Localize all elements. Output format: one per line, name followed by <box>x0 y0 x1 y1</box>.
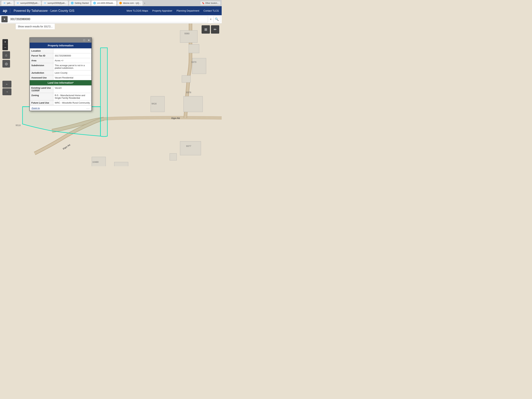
app-title: Powered By Tallahassee - Leon County GIS <box>14 9 75 13</box>
svg-rect-7 <box>151 96 165 112</box>
grid-view-button[interactable]: ⊞ <box>202 25 210 34</box>
tab-label-ideone: Ideone.com - ryQ... <box>123 2 141 4</box>
tab-yah1[interactable]: 📧 yah... <box>1 1 14 6</box>
app-header: ap Powered By Tallahassee - Leon County … <box>0 6 222 15</box>
search-suggestion[interactable]: Show search results for 33172... <box>16 24 55 29</box>
tab-sunny1[interactable]: 📧 sunnyxl2009@yah... <box>15 1 41 6</box>
svg-rect-12 <box>114 162 128 166</box>
tab-icon-sunny2: 📧 <box>44 2 46 4</box>
bookmarks-label: Other bookm... <box>205 2 219 4</box>
tab-label-cnt: cnt-4406.000web... <box>97 2 115 4</box>
row-value-assessed-use: Vacant Residential <box>53 75 91 80</box>
zoom-in-button[interactable]: + <box>2 39 8 45</box>
draw-button[interactable]: ✏ <box>211 25 219 34</box>
nav-planning-department[interactable]: Planning Department <box>177 9 199 12</box>
parcel-number-9370: 9370 <box>191 61 196 63</box>
row-value-area: Acres +/- <box>53 58 91 63</box>
popup-close-button[interactable]: ✕ <box>87 38 90 42</box>
row-value-existing-land-use: Vacant <box>53 86 91 93</box>
popup-titlebar: □ ✕ <box>30 38 91 43</box>
nav-more-tlcgis-maps[interactable]: More TLCGIS Maps <box>127 9 148 12</box>
row-label-existing-land-use: Existing Land Use 11/2020 <box>30 86 53 93</box>
svg-rect-11 <box>92 157 106 166</box>
tab-icon-cnt: 🌐 <box>93 2 96 4</box>
parcel-number-9416: 9416 <box>152 102 157 105</box>
property-info-popup: □ ✕ Property Information Location Parcel… <box>29 38 92 111</box>
table-row: Area Acres +/- <box>30 58 91 63</box>
tab-icon-getting-started: 🌐 <box>71 2 74 4</box>
nav-property-appraiser[interactable]: Property Appraiser <box>152 9 172 12</box>
popup-header: Property Information <box>30 43 91 48</box>
popup-section2-header: Land Use Information* <box>30 80 91 85</box>
tab-getting-started[interactable]: 🌐 Getting Started <box>69 1 90 6</box>
parcel-number-9378: 9378 <box>186 91 191 94</box>
zoom-to-button[interactable]: Zoom to <box>32 107 40 109</box>
tab-icon-ideone: 🟠 <box>119 2 122 4</box>
table-row: Assessed Use Vacant Residential <box>30 75 91 80</box>
search-bar: ▼ × 🔍 Show search results for 33172... <box>0 15 222 24</box>
svg-rect-9 <box>180 141 201 155</box>
back-button[interactable]: ← <box>2 81 12 88</box>
parcel-number-10480: 10480 <box>92 161 99 163</box>
table-row: Parcel Tax ID 3317202080000 <box>30 53 91 58</box>
svg-rect-6 <box>182 76 190 82</box>
row-value-parcel-tax-id: 3317202080000 <box>53 53 91 58</box>
table-row: Jurisdiction Leon County <box>30 70 91 75</box>
table-row: Zoning R-5 - Manufactured Home and Singl… <box>30 93 91 101</box>
tab-icon-sunny1: 📧 <box>16 2 19 4</box>
locate-button[interactable]: ◎ <box>2 60 10 68</box>
search-dropdown-button[interactable]: ▼ <box>1 16 8 22</box>
search-input[interactable] <box>9 16 208 22</box>
popup-minimize-button[interactable]: □ <box>82 38 86 42</box>
browser-tabs: 📧 yah... 📧 sunnyxl2009@yah... 📧 sunnyxl2… <box>0 0 222 6</box>
table-row: Location <box>30 49 91 53</box>
more-options-button[interactable]: ... <box>86 107 90 110</box>
popup-footer: Zoom to ... <box>30 105 91 111</box>
popup-land-use-table: Existing Land Use 11/2020 Vacant Zoning … <box>30 85 91 105</box>
tab-cnt[interactable]: 🌐 cnt-4406.000web... <box>91 1 116 6</box>
tab-label-getting-started: Getting Started <box>75 2 89 4</box>
zoom-out-button[interactable]: − <box>2 45 8 50</box>
row-label-subdivision: Subdivision <box>30 63 53 70</box>
tab-sunny2[interactable]: 📧 sunnyxl2009@yah... <box>42 1 68 6</box>
table-row: Future Land Use WRC - Woodville Rural Co… <box>30 101 91 105</box>
tab-more-button[interactable]: › <box>144 1 146 5</box>
row-label-assessed-use: Assessed Use <box>30 75 53 80</box>
forward-button[interactable]: → <box>2 88 12 95</box>
map-label: ap <box>3 8 10 13</box>
nav-buttons: ← → <box>2 81 12 95</box>
tab-label-yah1: yah... <box>7 2 12 4</box>
search-submit-button[interactable]: 🔍 <box>213 16 220 22</box>
svg-rect-8 <box>184 96 203 112</box>
row-label-zoning: Zoning <box>30 93 53 101</box>
tab-label-sunny1: sunnyxl2009@yah... <box>20 2 39 4</box>
search-clear-button[interactable]: × <box>209 17 212 22</box>
home-button[interactable]: ⌂ <box>2 51 10 59</box>
left-toolbar: ⌂ ◎ <box>2 51 10 68</box>
road-label-elgin-rd-2: Elgin Rd <box>62 144 71 150</box>
row-value-jurisdiction: Leon County <box>53 70 91 75</box>
popup-property-table: Location Parcel Tax ID 3317202080000 Are… <box>30 48 91 80</box>
table-row: Existing Land Use 11/2020 Vacant <box>30 86 91 93</box>
parcel-number-9360: 9360 <box>184 32 190 35</box>
tab-label-sunny2: sunnyxl2009@yah... <box>47 2 66 4</box>
tab-ideone[interactable]: 🟠 Ideone.com - ryQ... <box>117 1 143 6</box>
tab-icon-yah1: 📧 <box>3 2 6 4</box>
svg-rect-4 <box>189 44 199 53</box>
map-area[interactable]: Elgin Rd Elgin Rd 9360 9370 9378 9416 95… <box>0 24 222 166</box>
row-label-future-land-use: Future Land Use <box>30 101 53 105</box>
app-nav: More TLCGIS Maps Property Appraiser Plan… <box>127 9 219 12</box>
nav-contact-tlcg[interactable]: Contact TLCG <box>203 9 219 12</box>
bookmarks-button[interactable]: 🔖 Other bookm... <box>201 1 220 5</box>
row-value-subdivision: This acreage parcel is not in a platted … <box>53 63 91 70</box>
svg-rect-3 <box>180 31 197 43</box>
row-value-future-land-use: WRC - Woodville Rural Community <box>53 101 91 105</box>
row-label-jurisdiction: Jurisdiction <box>30 70 53 75</box>
row-label-parcel-tax-id: Parcel Tax ID <box>30 53 53 58</box>
parcel-number-9377: 9377 <box>186 145 191 147</box>
right-toolbar: ⊞ ✏ <box>202 25 219 34</box>
parcel-number-9518: 9518 <box>16 124 21 127</box>
bookmarks-icon: 🔖 <box>202 2 204 4</box>
road-label-elgin-rd-1: Elgin Rd <box>171 117 180 120</box>
row-value-location <box>53 49 91 53</box>
